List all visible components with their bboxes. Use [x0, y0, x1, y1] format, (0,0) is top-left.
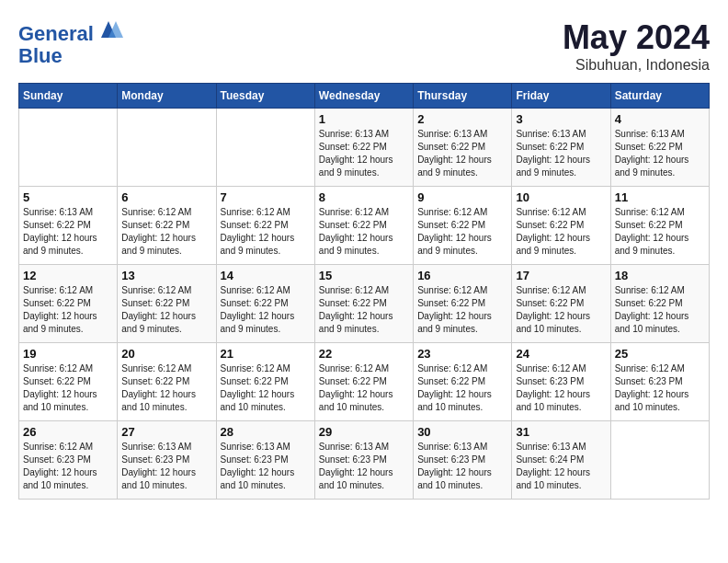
day-number: 10: [516, 190, 606, 204]
calendar-subtitle: Sibuhuan, Indonesia: [563, 57, 710, 74]
day-number: 30: [417, 425, 507, 439]
calendar-cell: 13Sunrise: 6:12 AM Sunset: 6:22 PM Dayli…: [118, 265, 216, 343]
calendar-cell: [19, 109, 118, 187]
day-number: 3: [516, 112, 606, 126]
day-number: 29: [319, 425, 409, 439]
calendar-cell: 3Sunrise: 6:13 AM Sunset: 6:22 PM Daylig…: [512, 109, 610, 187]
calendar-cell: 25Sunrise: 6:12 AM Sunset: 6:23 PM Dayli…: [610, 343, 709, 421]
header-day-wednesday: Wednesday: [314, 84, 413, 109]
calendar-cell: 8Sunrise: 6:12 AM Sunset: 6:22 PM Daylig…: [314, 187, 413, 265]
day-info: Sunrise: 6:13 AM Sunset: 6:22 PM Dayligh…: [417, 128, 507, 179]
day-number: 9: [417, 190, 507, 204]
calendar-cell: 23Sunrise: 6:12 AM Sunset: 6:22 PM Dayli…: [414, 343, 512, 421]
day-info: Sunrise: 6:12 AM Sunset: 6:22 PM Dayligh…: [121, 284, 211, 336]
calendar-title: May 2024: [563, 18, 710, 57]
day-number: 21: [221, 347, 311, 361]
calendar-cell: 2Sunrise: 6:13 AM Sunset: 6:22 PM Daylig…: [414, 109, 512, 187]
day-info: Sunrise: 6:13 AM Sunset: 6:22 PM Dayligh…: [23, 206, 113, 258]
day-number: 2: [417, 112, 507, 126]
calendar-cell: 18Sunrise: 6:12 AM Sunset: 6:22 PM Dayli…: [610, 265, 709, 343]
header-day-saturday: Saturday: [610, 84, 709, 109]
day-info: Sunrise: 6:12 AM Sunset: 6:22 PM Dayligh…: [221, 284, 311, 336]
day-number: 7: [221, 190, 311, 204]
day-info: Sunrise: 6:12 AM Sunset: 6:22 PM Dayligh…: [417, 206, 507, 258]
calendar-cell: 27Sunrise: 6:13 AM Sunset: 6:23 PM Dayli…: [118, 421, 216, 500]
calendar-cell: 24Sunrise: 6:12 AM Sunset: 6:23 PM Dayli…: [512, 343, 610, 421]
day-number: 8: [319, 190, 409, 204]
title-block: May 2024 Sibuhuan, Indonesia: [563, 18, 710, 74]
day-info: Sunrise: 6:13 AM Sunset: 6:23 PM Dayligh…: [319, 441, 409, 492]
day-info: Sunrise: 6:12 AM Sunset: 6:22 PM Dayligh…: [516, 206, 606, 258]
calendar-cell: 26Sunrise: 6:12 AM Sunset: 6:23 PM Dayli…: [19, 421, 118, 500]
day-number: 4: [615, 112, 705, 126]
day-number: 24: [516, 347, 606, 361]
calendar-week-2: 5Sunrise: 6:13 AM Sunset: 6:22 PM Daylig…: [19, 187, 710, 265]
header-day-sunday: Sunday: [19, 84, 118, 109]
day-info: Sunrise: 6:12 AM Sunset: 6:22 PM Dayligh…: [23, 362, 113, 414]
day-info: Sunrise: 6:13 AM Sunset: 6:22 PM Dayligh…: [615, 128, 705, 179]
calendar-cell: 11Sunrise: 6:12 AM Sunset: 6:22 PM Dayli…: [610, 187, 709, 265]
day-info: Sunrise: 6:13 AM Sunset: 6:23 PM Dayligh…: [417, 441, 507, 492]
day-number: 6: [121, 190, 211, 204]
day-number: 25: [615, 347, 705, 361]
day-number: 31: [516, 425, 606, 439]
day-info: Sunrise: 6:12 AM Sunset: 6:22 PM Dayligh…: [319, 206, 409, 258]
calendar-cell: 31Sunrise: 6:13 AM Sunset: 6:24 PM Dayli…: [512, 421, 610, 500]
day-info: Sunrise: 6:12 AM Sunset: 6:22 PM Dayligh…: [121, 362, 211, 414]
logo-line2: Blue: [18, 45, 123, 67]
day-info: Sunrise: 6:12 AM Sunset: 6:23 PM Dayligh…: [615, 362, 705, 414]
day-info: Sunrise: 6:12 AM Sunset: 6:22 PM Dayligh…: [319, 284, 409, 336]
day-info: Sunrise: 6:13 AM Sunset: 6:24 PM Dayligh…: [516, 441, 606, 492]
calendar-cell: 6Sunrise: 6:12 AM Sunset: 6:22 PM Daylig…: [118, 187, 216, 265]
day-number: 18: [615, 269, 705, 282]
day-number: 11: [615, 190, 705, 204]
calendar-cell: 19Sunrise: 6:12 AM Sunset: 6:22 PM Dayli…: [19, 343, 118, 421]
calendar-week-5: 26Sunrise: 6:12 AM Sunset: 6:23 PM Dayli…: [19, 421, 710, 500]
page-header: General Blue May 2024 Sibuhuan, Indonesi…: [18, 18, 710, 74]
day-info: Sunrise: 6:13 AM Sunset: 6:22 PM Dayligh…: [516, 128, 606, 179]
calendar-cell: [216, 109, 314, 187]
day-info: Sunrise: 6:12 AM Sunset: 6:22 PM Dayligh…: [417, 362, 507, 414]
calendar-cell: 9Sunrise: 6:12 AM Sunset: 6:22 PM Daylig…: [414, 187, 512, 265]
calendar-cell: 14Sunrise: 6:12 AM Sunset: 6:22 PM Dayli…: [216, 265, 314, 343]
day-number: 20: [121, 347, 211, 361]
header-day-monday: Monday: [118, 84, 216, 109]
day-info: Sunrise: 6:13 AM Sunset: 6:23 PM Dayligh…: [221, 441, 311, 492]
day-info: Sunrise: 6:12 AM Sunset: 6:22 PM Dayligh…: [23, 284, 113, 336]
calendar-header-row: SundayMondayTuesdayWednesdayThursdayFrid…: [19, 84, 710, 109]
calendar-cell: [118, 109, 216, 187]
day-number: 1: [319, 112, 409, 126]
day-number: 27: [121, 425, 211, 439]
day-number: 15: [319, 269, 409, 282]
day-number: 16: [417, 269, 507, 282]
day-info: Sunrise: 6:12 AM Sunset: 6:22 PM Dayligh…: [121, 206, 211, 258]
calendar-cell: 12Sunrise: 6:12 AM Sunset: 6:22 PM Dayli…: [19, 265, 118, 343]
day-info: Sunrise: 6:12 AM Sunset: 6:22 PM Dayligh…: [221, 206, 311, 258]
calendar-cell: 15Sunrise: 6:12 AM Sunset: 6:22 PM Dayli…: [314, 265, 413, 343]
header-day-friday: Friday: [512, 84, 610, 109]
header-day-tuesday: Tuesday: [216, 84, 314, 109]
calendar-cell: 29Sunrise: 6:13 AM Sunset: 6:23 PM Dayli…: [314, 421, 413, 500]
calendar-cell: 20Sunrise: 6:12 AM Sunset: 6:22 PM Dayli…: [118, 343, 216, 421]
logo-icon: [101, 18, 123, 40]
day-number: 26: [23, 425, 113, 439]
day-info: Sunrise: 6:12 AM Sunset: 6:22 PM Dayligh…: [221, 362, 311, 414]
calendar-cell: 28Sunrise: 6:13 AM Sunset: 6:23 PM Dayli…: [216, 421, 314, 500]
calendar-cell: 10Sunrise: 6:12 AM Sunset: 6:22 PM Dayli…: [512, 187, 610, 265]
day-number: 13: [121, 269, 211, 282]
calendar-cell: 22Sunrise: 6:12 AM Sunset: 6:22 PM Dayli…: [314, 343, 413, 421]
day-number: 22: [319, 347, 409, 361]
day-info: Sunrise: 6:12 AM Sunset: 6:23 PM Dayligh…: [516, 362, 606, 414]
day-info: Sunrise: 6:12 AM Sunset: 6:22 PM Dayligh…: [516, 284, 606, 336]
calendar-cell: 16Sunrise: 6:12 AM Sunset: 6:22 PM Dayli…: [414, 265, 512, 343]
calendar-body: 1Sunrise: 6:13 AM Sunset: 6:22 PM Daylig…: [19, 109, 710, 500]
calendar-cell: 1Sunrise: 6:13 AM Sunset: 6:22 PM Daylig…: [314, 109, 413, 187]
calendar-cell: 21Sunrise: 6:12 AM Sunset: 6:22 PM Dayli…: [216, 343, 314, 421]
day-number: 23: [417, 347, 507, 361]
calendar-week-4: 19Sunrise: 6:12 AM Sunset: 6:22 PM Dayli…: [19, 343, 710, 421]
day-info: Sunrise: 6:12 AM Sunset: 6:23 PM Dayligh…: [23, 441, 113, 492]
day-info: Sunrise: 6:13 AM Sunset: 6:22 PM Dayligh…: [319, 128, 409, 179]
day-info: Sunrise: 6:12 AM Sunset: 6:22 PM Dayligh…: [615, 206, 705, 258]
day-info: Sunrise: 6:12 AM Sunset: 6:22 PM Dayligh…: [319, 362, 409, 414]
calendar-cell: 5Sunrise: 6:13 AM Sunset: 6:22 PM Daylig…: [19, 187, 118, 265]
